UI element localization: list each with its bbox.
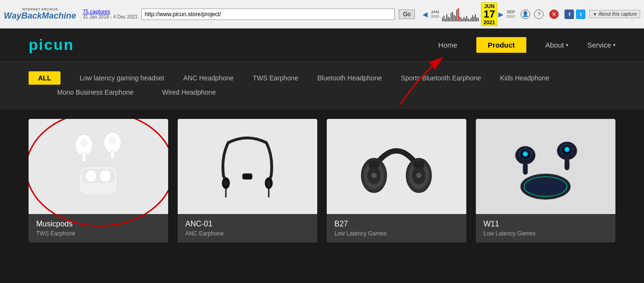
site-nav: Home Product About ▾ Service ▾	[438, 37, 615, 53]
wayback-logo: INTERNET ARCHIVE WayBackMachine	[4, 8, 76, 21]
filter-sports[interactable]: Sports Bluetooth Earphone	[401, 74, 481, 82]
nav-product[interactable]: Product	[476, 37, 526, 53]
month-sep-label: SEP	[506, 10, 515, 14]
highlight-day: 17	[483, 9, 495, 20]
site-logo[interactable]: picun	[29, 36, 438, 54]
product-type-w11: Low Latency Games	[483, 230, 608, 237]
month-sep[interactable]: SEP 2022	[504, 9, 517, 20]
product-card-musicpods[interactable]: Musicpods TWS Earphone	[29, 119, 168, 243]
archive-chart	[442, 7, 480, 21]
highlighted-date[interactable]: JUN 17 2021	[481, 2, 497, 26]
product-type-b27: Low Latency Games	[334, 230, 459, 237]
product-card-w11[interactable]: W11 Low Latency Games	[476, 119, 615, 243]
svg-point-8	[109, 137, 116, 144]
nav-about[interactable]: About ▾	[545, 41, 568, 49]
product-info-w11: W11 Low Latency Games	[476, 214, 615, 243]
help-icon[interactable]: ?	[534, 10, 543, 19]
filter-low-latency[interactable]: Low latency gaming headset	[80, 74, 164, 82]
filter-anc[interactable]: ANC Headphone	[183, 74, 234, 82]
svg-point-21	[372, 173, 377, 178]
nav-service-label: Service	[587, 41, 611, 49]
product-info-b27: B27 Low Latency Games	[327, 214, 466, 243]
product-name-anc01: ANC-01	[185, 220, 310, 228]
user-icon[interactable]: 👤	[521, 10, 530, 19]
highlight-year: 2021	[483, 20, 495, 25]
captures-info: 75 captures 31 Jan 2018 - 4 Dec 2021	[83, 9, 138, 20]
product-type-anc01: ANC Earphone	[185, 230, 310, 237]
svg-point-12	[224, 180, 228, 186]
filter-wired[interactable]: Wired Headphone	[162, 88, 216, 96]
site-header: picun Home Product About ▾ Service ▾	[0, 29, 644, 62]
product-img-anc01	[178, 119, 317, 214]
svg-point-29	[523, 175, 569, 197]
url-input[interactable]	[141, 9, 395, 20]
filter-bluetooth[interactable]: Bluetooth Headphone	[317, 74, 382, 82]
product-info-musicpods: Musicpods TWS Earphone	[29, 214, 168, 243]
svg-rect-9	[82, 152, 86, 162]
svg-point-6	[80, 139, 88, 146]
filter-all[interactable]: ALL	[29, 71, 60, 85]
wayback-bar: INTERNET ARCHIVE WayBackMachine 75 captu…	[0, 0, 644, 29]
nav-home[interactable]: Home	[438, 41, 457, 49]
captures-link[interactable]: 75 captures	[83, 9, 138, 14]
svg-point-25	[416, 173, 422, 178]
svg-point-14	[267, 180, 271, 186]
svg-rect-10	[111, 150, 114, 159]
svg-rect-15	[242, 174, 252, 179]
filter-row-1: ALL Low latency gaming headset ANC Headp…	[29, 71, 615, 85]
product-img-b27	[327, 119, 466, 214]
captures-dates: 31 Jan 2018 - 4 Dec 2021	[83, 14, 138, 20]
about-capture-label: About this capture	[598, 11, 637, 17]
product-info-anc01: ANC-01 ANC Earphone	[178, 214, 317, 243]
product-name-b27: B27	[334, 220, 459, 228]
facebook-icon[interactable]: f	[564, 10, 574, 19]
month-jan-label: JAN	[431, 10, 439, 14]
gaming-tws-img	[490, 128, 601, 205]
next-arrow[interactable]: ▶	[498, 10, 503, 18]
filter-section: ALL Low latency gaming headset ANC Headp…	[0, 62, 644, 109]
svg-point-34	[524, 153, 527, 156]
about-chevron-icon: ▾	[566, 42, 568, 48]
neckband-img	[191, 128, 303, 205]
month-sep-year: 2022	[507, 14, 515, 19]
wayback-brand: WayBackMachine	[4, 11, 76, 21]
nav-about-label: About	[545, 41, 564, 49]
svg-point-3	[85, 170, 97, 182]
month-jan[interactable]: JAN 2020	[429, 9, 441, 20]
over-ear-img	[341, 128, 452, 205]
svg-point-38	[566, 148, 569, 151]
service-chevron-icon: ▾	[613, 42, 615, 48]
go-button[interactable]: Go	[399, 10, 415, 19]
product-card-b27[interactable]: B27 Low Latency Games	[327, 119, 466, 243]
filter-tws[interactable]: TWS Earphone	[253, 74, 299, 82]
svg-point-4	[100, 170, 111, 182]
wayback-logo-text: INTERNET ARCHIVE	[22, 8, 58, 11]
month-jan-year: 2020	[431, 14, 439, 19]
tws-earphone-img	[42, 128, 154, 205]
about-capture-button[interactable]: ▼ About this capture	[589, 10, 640, 18]
products-grid: Musicpods TWS Earphone	[29, 119, 615, 243]
svg-rect-27	[413, 161, 424, 168]
svg-rect-42	[565, 159, 569, 170]
social-icons: f t	[564, 10, 585, 19]
product-type-musicpods: TWS Earphone	[36, 230, 161, 237]
twitter-icon[interactable]: t	[576, 10, 585, 19]
svg-rect-26	[369, 161, 380, 168]
product-img-w11	[476, 119, 615, 214]
products-section: Musicpods TWS Earphone	[0, 109, 644, 262]
product-name-musicpods: Musicpods	[36, 220, 161, 228]
filter-kids[interactable]: Kids Headphone	[500, 74, 550, 82]
prev-arrow[interactable]: ◀	[423, 10, 428, 18]
timeline: ◀ JAN 2020	[423, 2, 517, 26]
product-card-anc01[interactable]: ANC-01 ANC Earphone	[178, 119, 317, 243]
svg-rect-41	[523, 163, 527, 175]
nav-service[interactable]: Service ▾	[587, 41, 615, 49]
filter-row-2: Mono Business Earphone Wired Headphone	[29, 88, 615, 96]
product-name-w11: W11	[483, 220, 608, 228]
close-icon[interactable]: ✕	[549, 10, 559, 19]
product-img-musicpods	[29, 119, 168, 214]
filter-mono[interactable]: Mono Business Earphone	[57, 88, 133, 96]
